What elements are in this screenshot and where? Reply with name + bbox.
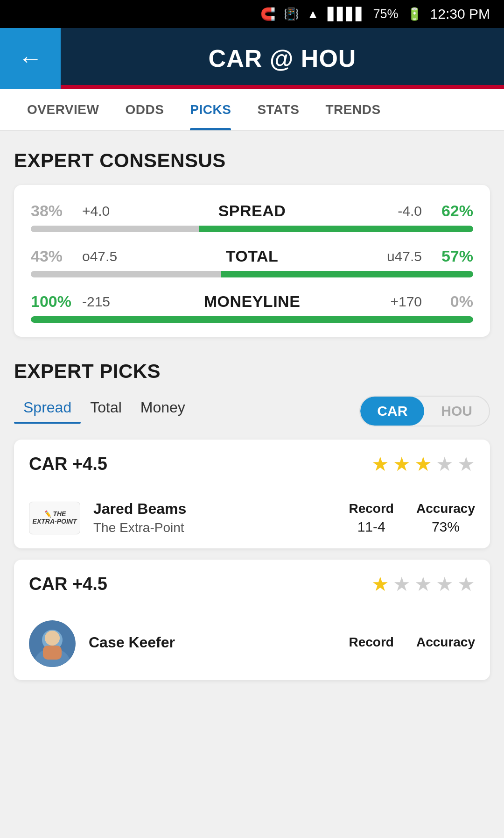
expert-1-outlet: The Extra-Point [93,520,336,535]
team-toggle-hou[interactable]: HOU [424,397,489,426]
expert-2-avatar [29,620,76,667]
expert-1-logo: ✏️ THEEXTRA-POINT [29,502,80,534]
vibrate-icon: 📳 [284,7,299,21]
total-value-right: u47.5 [366,249,422,264]
moneyline-value-left: -215 [82,294,138,310]
accuracy-label-2: Accuracy [416,635,475,650]
back-button[interactable]: ← [0,28,61,89]
moneyline-value-right: +170 [366,294,422,310]
accuracy-value-1: 73% [416,519,475,535]
expert-picks-title: EXPERT PICKS [14,360,490,383]
pick-1-stars: ★ ★ ★ ★ ★ [371,453,475,476]
star-2: ★ [393,453,411,476]
accuracy-label-1: Accuracy [416,501,475,516]
total-value-left: o47.5 [82,249,138,264]
record-value-1: 11-4 [349,519,393,535]
team-toggle-car[interactable]: CAR [360,397,424,426]
battery-icon: 🔋 [407,7,422,21]
moneyline-pct-left: 100% [31,292,82,311]
tab-odds[interactable]: ODDS [112,89,177,130]
spread-pct-left: 38% [31,202,82,220]
total-pct-left: 43% [31,247,82,265]
pick-card-2-body: Case Keefer Record Accuracy [14,607,490,680]
tab-stats[interactable]: STATS [244,89,312,130]
header: ← CAR @ HOU [0,28,504,89]
pick-2-title: CAR +4.5 [29,574,107,594]
star-p2-4: ★ [436,573,454,596]
spread-label: SPREAD [138,202,366,220]
record-label-1: Record [349,501,393,516]
expert-2-info: Case Keefer [89,634,336,654]
filter-total[interactable]: Total [81,399,131,424]
filter-spread[interactable]: Spread [14,399,81,424]
signal-icon: ▋▋▋▋ [328,7,365,21]
pick-card-1-body: ✏️ THEEXTRA-POINT Jared Beams The Extra-… [14,487,490,548]
star-p2-2: ★ [393,573,411,596]
pick-card-1-header: CAR +4.5 ★ ★ ★ ★ ★ [14,440,490,487]
pick-1-title: CAR +4.5 [29,454,107,474]
expert-consensus-card: 38% +4.0 SPREAD -4.0 62% 43% o47.5 TOTAL… [14,185,490,337]
expert-2-accuracy: Accuracy [416,635,475,653]
pick-card-2-header: CAR +4.5 ★ ★ ★ ★ ★ [14,560,490,607]
expert-consensus-title: EXPERT CONSENSUS [14,149,490,172]
expert-1-stats: Record 11-4 Accuracy 73% [349,501,475,535]
expert-1-accuracy: Accuracy 73% [416,501,475,535]
star-4: ★ [436,453,454,476]
filter-tabs: Spread Total Money [14,399,195,424]
expert-1-record: Record 11-4 [349,501,393,535]
star-3: ★ [414,453,432,476]
expert-1-info: Jared Beams The Extra-Point [93,500,336,535]
header-title-area: CAR @ HOU [61,28,504,89]
tab-overview[interactable]: OVERVIEW [14,89,112,130]
consensus-moneyline-row: 100% -215 MONEYLINE +170 0% [31,292,473,323]
svg-point-3 [45,631,60,646]
battery-percent: 75% [373,7,399,21]
team-toggle: CAR HOU [359,396,490,426]
pick-card-2: CAR +4.5 ★ ★ ★ ★ ★ Case Keefer [14,560,490,680]
expert-2-stats: Record Accuracy [349,635,475,653]
total-label: TOTAL [138,247,366,265]
filters-row: Spread Total Money CAR HOU [14,396,490,426]
spread-value-right: -4.0 [366,203,422,219]
spread-pct-right: 62% [422,202,473,220]
time-display: 12:30 PM [430,6,490,22]
pick-card-1: CAR +4.5 ★ ★ ★ ★ ★ ✏️ THEEXTRA-POINT Jar… [14,440,490,548]
moneyline-pct-right: 0% [422,292,473,311]
status-bar: 🧲 📳 ▲ ▋▋▋▋ 75% 🔋 12:30 PM [0,0,504,28]
consensus-spread-row: 38% +4.0 SPREAD -4.0 62% [31,202,473,232]
star-p2-1: ★ [371,573,389,596]
spread-value-left: +4.0 [82,203,138,219]
total-progress-bar [31,271,473,277]
pick-2-stars: ★ ★ ★ ★ ★ [371,573,475,596]
expert-2-record: Record [349,635,393,653]
consensus-total-row: 43% o47.5 TOTAL u47.5 57% [31,247,473,277]
expert-1-name: Jared Beams [93,500,336,518]
expert-2-name: Case Keefer [89,634,336,651]
wifi-icon: ▲ [307,7,319,21]
record-label-2: Record [349,635,393,650]
star-5: ★ [457,453,475,476]
nav-tabs: OVERVIEW ODDS PICKS STATS TRENDS [0,89,504,131]
total-pct-right: 57% [422,247,473,265]
main-content: EXPERT CONSENSUS 38% +4.0 SPREAD -4.0 62… [0,131,504,710]
tab-picks[interactable]: PICKS [177,89,244,130]
moneyline-progress-bar [31,316,473,323]
moneyline-label: MONEYLINE [138,292,366,311]
svg-rect-4 [43,646,62,660]
star-1: ★ [371,453,389,476]
match-title: CAR @ HOU [209,44,357,72]
bluetooth-icon: 🧲 [260,7,275,21]
filter-money[interactable]: Money [131,399,195,424]
star-p2-3: ★ [414,573,432,596]
back-arrow-icon: ← [18,44,42,72]
tab-trends[interactable]: TRENDS [313,89,394,130]
spread-progress-bar [31,226,473,232]
star-p2-5: ★ [457,573,475,596]
